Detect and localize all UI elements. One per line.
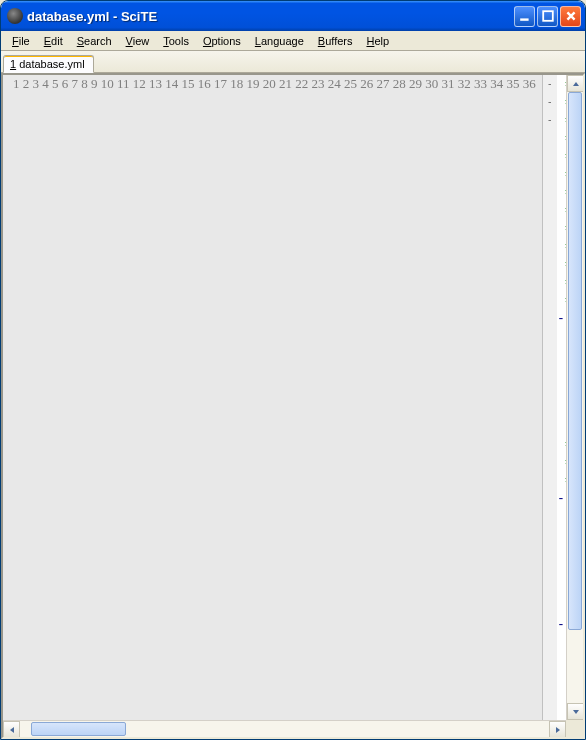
horizontal-scrollbar[interactable] — [3, 720, 566, 737]
hscroll-thumb[interactable] — [31, 722, 126, 736]
menu-search[interactable]: Search — [70, 33, 119, 49]
minimize-button[interactable] — [514, 6, 535, 27]
scroll-left-button[interactable] — [3, 721, 20, 738]
menu-edit[interactable]: Edit — [37, 33, 70, 49]
menu-language[interactable]: Language — [248, 33, 311, 49]
tabstrip: 1 database.yml — [1, 51, 585, 73]
menu-help[interactable]: Help — [359, 33, 396, 49]
scroll-down-button[interactable] — [567, 703, 584, 720]
vscroll-thumb[interactable] — [568, 92, 582, 630]
vertical-scrollbar[interactable] — [566, 75, 583, 720]
editor[interactable]: 1 2 3 4 5 6 7 8 9 10 11 12 13 14 15 16 1… — [1, 73, 585, 739]
fold-margin[interactable]: - - - — [543, 75, 557, 737]
menu-buffers[interactable]: Buffers — [311, 33, 360, 49]
window-title: database.yml - SciTE — [27, 9, 514, 24]
vscroll-track[interactable] — [567, 92, 583, 703]
menubar: File Edit Search View Tools Options Lang… — [1, 31, 585, 51]
titlebar[interactable]: database.yml - SciTE — [1, 1, 585, 31]
svg-rect-0 — [520, 18, 528, 20]
close-button[interactable] — [560, 6, 581, 27]
app-icon — [7, 8, 23, 24]
menu-options[interactable]: Options — [196, 33, 248, 49]
scrollbar-corner — [566, 720, 583, 737]
scroll-right-button[interactable] — [549, 721, 566, 738]
line-number-gutter: 1 2 3 4 5 6 7 8 9 10 11 12 13 14 15 16 1… — [3, 75, 543, 737]
tab-database-yml[interactable]: 1 database.yml — [3, 55, 94, 73]
menu-view[interactable]: View — [119, 33, 157, 49]
hscroll-track[interactable] — [20, 721, 549, 737]
menu-tools[interactable]: Tools — [156, 33, 196, 49]
svg-rect-1 — [543, 11, 553, 21]
maximize-button[interactable] — [537, 6, 558, 27]
menu-file[interactable]: File — [5, 33, 37, 49]
scroll-up-button[interactable] — [567, 75, 584, 92]
